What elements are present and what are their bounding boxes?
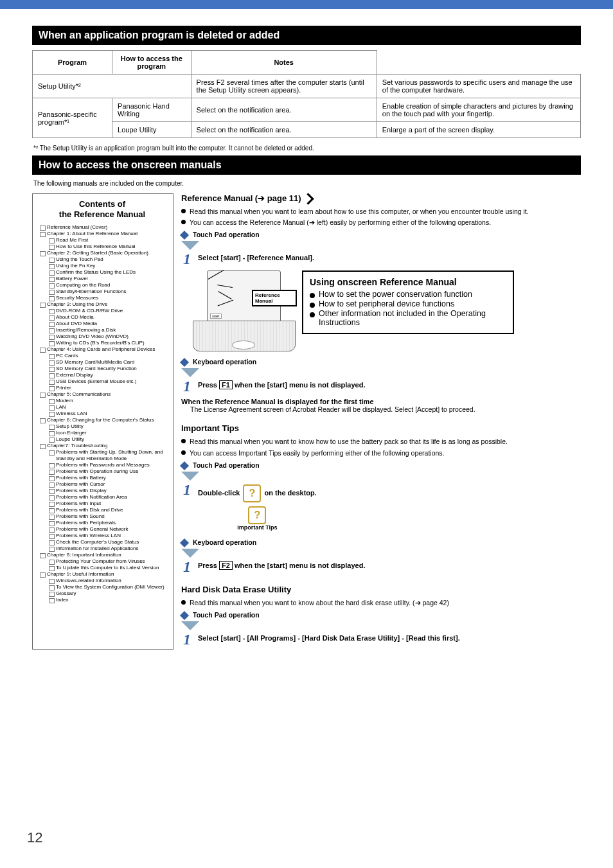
diamond-icon [180,358,189,367]
guide-reference-manual-title: Reference Manual (➔ page 11) [181,193,581,203]
toc-item: Chapter 4: Using Cards and Peripheral De… [38,346,166,391]
toc-item: Chapter 9: Useful InformationWindows-rel… [38,571,166,603]
cell-notes: Set various passwords to specific users … [377,75,580,98]
hdd-touchpad-step: Select [start] - [All Programs] - [Hard … [198,632,460,642]
diamond-icon [180,231,189,240]
bullet-icon [181,450,186,455]
toc-item: Confirm the Status Using the LEDs [47,269,166,276]
toc-item: Standby/Hibernation Functions [47,288,166,295]
keyboard-op-heading: Keyboard operation [193,358,256,366]
toc-item: Read Me First [47,237,166,244]
tips-touchpad-step: Double-click on the desktop. Important T… [198,482,317,535]
table-row: Setup Utility*²Press F2 several times af… [33,75,581,98]
table-row: Panasonic-specific program*¹Panasonic Ha… [33,98,581,122]
toc-item: Loupe Utility [47,436,166,443]
step-number-1: 1 [181,559,193,574]
toc-item: Information for Installed Applications [47,545,166,552]
toc-item: Problems with Disk and Drive [47,507,166,513]
hdd-touchpad-heading: Touch Pad operation [193,611,260,619]
toc-item: Icon Enlarger [47,430,166,436]
diamond-icon [180,461,189,470]
toc-item: Setup Utility [47,423,166,430]
toc-item: Glossary [47,590,166,597]
toc-item: Chapter 1: About the Reference ManualRea… [38,231,166,250]
step-number-1: 1 [181,378,193,394]
step-number-1: 1 [181,482,193,497]
toc-item: Windows-related Information [47,578,166,584]
section-bar-onscreen-manuals: How to access the onscreen manuals [32,155,581,175]
toc-title: Contents ofthe Reference Manual [38,199,166,220]
toc-item: Printer [47,385,166,391]
toc-item: Chapter 8: Important InformationProtecti… [38,552,166,571]
cell-program: Panasonic-specific program*¹ [33,98,112,138]
cell-program-name: Loupe Utility [112,122,191,138]
bullet-icon [181,220,186,224]
callout-row-3: Other information not included in the Op… [319,309,506,327]
cell-notes: Enable creation of simple characters and… [377,98,580,122]
table-footnote: *² The Setup Utility is an application p… [33,145,580,152]
laptop-illustration: start Reference Manual [181,270,297,354]
toc-item: Computing on the Road [47,282,166,288]
guide-hdd-erase-title: Hard Disk Data Erase Utility [181,585,581,594]
tips-keyboard-step: Press F2 when the [start] menu is not di… [198,559,365,569]
callout-heading: Using onscreen Reference Manual [310,277,506,287]
toc-item: Problems with Notification Area [47,494,166,500]
important-tips-icon-label: Important Tips [237,524,277,531]
toc-item: Problems with Starting Up, Shutting Down… [47,449,166,462]
ref-manual-bullet-2: You can access the Reference Manual (➔ l… [190,218,491,227]
th-access: How to access the program [112,51,191,75]
th-program: Program [33,51,112,75]
first-display-heading: When the Reference Manual is displayed f… [181,398,581,405]
laptop-keyboard [193,321,296,351]
toc-item: Security Measures [47,295,166,301]
ref-manual-bullet-1: Read this manual when you want to learn … [190,207,529,216]
important-tips-icon [248,506,266,524]
laptop-figure: start Reference Manual Using onscreen Re… [181,270,581,354]
cell-program-name: Panasonic Hand Writing [112,98,191,122]
toc-item: Modem [47,398,166,404]
bullet-icon [310,312,315,317]
down-triangle-icon [181,621,199,630]
cell-notes: Enlarge a part of the screen display. [377,122,580,138]
toc-item: Check the Computer's Usage Status [47,539,166,545]
toc-item: To Update this Computer to its Latest Ve… [47,565,166,571]
toc-item: SD Memory Card/MultiMedia Card [47,359,166,366]
diamond-icon [180,611,189,620]
cell-access: Press F2 several times after the compute… [191,75,377,98]
th-notes: Notes [191,51,377,75]
toc-item: About CD Media [47,314,166,321]
toc-item: Problems with Input [47,500,166,507]
toc-item: Index [47,597,166,603]
toc-item: Using the Fn Key [47,263,166,269]
toc-item: Chapter 3: Using the DriveDVD-ROM & CD-R… [38,301,166,346]
hdd-bullet-1: Read this manual when you want to know a… [190,598,449,607]
first-display-text: The License Agreement screen of Acrobat … [190,405,581,413]
top-accent-bar [0,0,613,9]
toc-item: Inserting/Removing a Disk [47,327,166,333]
toc-item: Reference Manual (Cover) [38,224,166,231]
ref-touchpad-step: Select [start] - [Reference Manual]. [198,251,314,261]
down-triangle-icon [181,241,199,250]
down-triangle-icon [181,472,199,481]
toc-item: Problems with Battery [47,475,166,481]
toc-item: PC Cards [47,353,166,359]
tips-bullet-2: You can access Important Tips easily by … [190,448,445,457]
diamond-icon [180,538,189,547]
toc-item: Problems with Wireless LAN [47,533,166,539]
toc-item: Writing to CDs (B's Recorder/B's CLiP) [47,340,166,346]
bullet-icon [310,303,315,308]
cell-access: Select on the notification area. [191,98,377,122]
contents-of-reference-manual: Contents ofthe Reference Manual Referenc… [32,193,173,650]
toc-item: External Display [47,372,166,378]
tips-touchpad-heading: Touch Pad operation [193,461,260,469]
bullet-icon [181,600,186,605]
using-onscreen-ref-callout: Using onscreen Reference Manual How to s… [302,270,514,334]
toc-item: How to Use this Reference Manual [47,244,166,250]
toc-item: Using the Touch Pad [47,256,166,263]
toc-item: Protecting Your Computer from Viruses [47,558,166,565]
ref-keyboard-step: Press F1 when the [start] menu is not di… [198,378,365,389]
toc-item: Chapter 5: CommunicationsModemLANWireles… [38,391,166,417]
toc-item: Chapter7: TroubleshootingProblems with S… [38,443,166,552]
toc-item: Problems with Peripherals [47,520,166,526]
toc-item: Chapter 2: Getting Started (Basic Operat… [38,250,166,301]
